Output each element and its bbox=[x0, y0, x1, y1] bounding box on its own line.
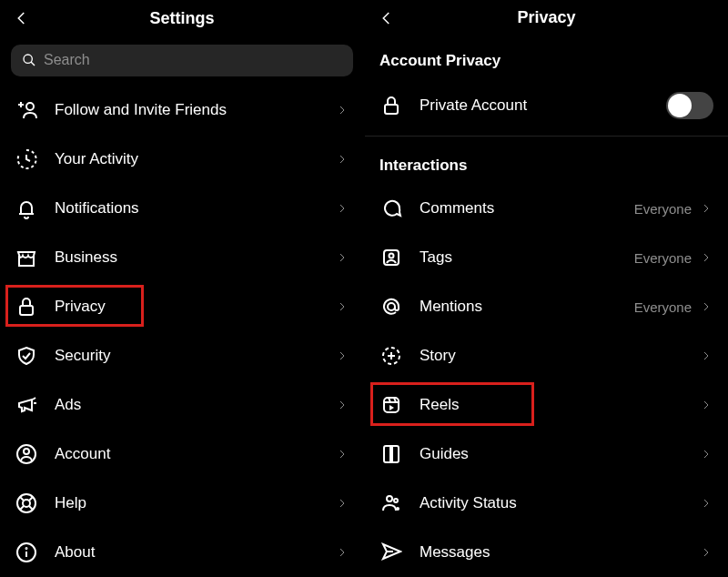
activity-status-icon bbox=[379, 491, 403, 515]
privacy-item-activity-status[interactable]: Activity Status bbox=[365, 479, 728, 528]
svg-line-6 bbox=[33, 398, 35, 400]
settings-header: Settings bbox=[0, 0, 364, 37]
privacy-item-messages[interactable]: Messages bbox=[365, 528, 728, 577]
chevron-right-icon bbox=[699, 447, 713, 461]
settings-item-label: Your Activity bbox=[55, 150, 335, 168]
privacy-item-comments[interactable]: Comments Everyone bbox=[365, 184, 728, 233]
private-account-toggle[interactable] bbox=[666, 92, 713, 119]
privacy-screen: Privacy Account Privacy Private Account … bbox=[364, 0, 728, 577]
settings-item-ads[interactable]: Ads bbox=[0, 380, 364, 430]
svg-point-33 bbox=[396, 507, 399, 511]
settings-screen: Settings Follow and Invite Friends Your … bbox=[0, 0, 364, 577]
privacy-item-tags[interactable]: Tags Everyone bbox=[365, 233, 728, 282]
back-button[interactable] bbox=[372, 4, 401, 33]
chevron-right-icon bbox=[699, 250, 713, 265]
at-icon bbox=[379, 295, 403, 319]
user-circle-icon bbox=[15, 442, 38, 466]
privacy-item-guides[interactable]: Guides bbox=[365, 430, 728, 479]
svg-point-11 bbox=[23, 500, 30, 507]
search-bar[interactable] bbox=[11, 45, 353, 76]
activity-icon bbox=[15, 147, 38, 171]
chevron-right-icon bbox=[335, 496, 349, 511]
settings-list: Follow and Invite Friends Your Activity … bbox=[0, 86, 364, 577]
chevron-right-icon bbox=[335, 250, 349, 265]
svg-line-14 bbox=[20, 506, 24, 510]
megaphone-icon bbox=[15, 393, 38, 417]
settings-item-your-activity[interactable]: Your Activity bbox=[0, 135, 364, 184]
svg-point-4 bbox=[26, 103, 34, 110]
svg-line-13 bbox=[29, 506, 33, 510]
svg-line-12 bbox=[20, 497, 24, 501]
settings-item-business[interactable]: Business bbox=[0, 233, 364, 282]
svg-point-9 bbox=[24, 449, 29, 454]
privacy-item-label: Story bbox=[420, 347, 699, 365]
search-input[interactable] bbox=[44, 52, 342, 68]
lock-icon bbox=[379, 94, 403, 117]
search-icon bbox=[22, 53, 36, 67]
bell-icon bbox=[15, 197, 38, 220]
back-button[interactable] bbox=[7, 4, 36, 33]
svg-line-15 bbox=[29, 497, 33, 501]
chevron-right-icon bbox=[699, 299, 713, 314]
chevron-right-icon bbox=[699, 398, 713, 412]
chevron-right-icon bbox=[335, 349, 349, 363]
privacy-item-reels[interactable]: Reels bbox=[365, 380, 728, 430]
add-friend-icon bbox=[15, 98, 38, 122]
privacy-header: Privacy bbox=[365, 0, 728, 35]
privacy-item-label: Mentions bbox=[420, 298, 634, 316]
settings-item-label: Business bbox=[55, 248, 335, 267]
chevron-right-icon bbox=[699, 545, 713, 560]
section-account-privacy: Account Privacy bbox=[365, 35, 728, 79]
svg-marker-30 bbox=[389, 405, 394, 410]
chevron-right-icon bbox=[335, 299, 349, 314]
settings-item-label: Help bbox=[55, 494, 335, 512]
settings-item-account[interactable]: Account bbox=[0, 430, 364, 479]
reels-icon bbox=[379, 393, 403, 417]
private-account-row[interactable]: Private Account bbox=[365, 79, 728, 132]
privacy-item-label: Comments bbox=[420, 199, 634, 218]
privacy-item-label: Messages bbox=[420, 543, 699, 562]
privacy-item-label: Reels bbox=[420, 396, 699, 414]
settings-item-privacy[interactable]: Privacy bbox=[0, 282, 364, 331]
settings-item-help[interactable]: Help bbox=[0, 479, 364, 528]
settings-item-label: Follow and Invite Friends bbox=[55, 101, 335, 119]
privacy-item-label: Activity Status bbox=[420, 494, 699, 512]
shield-icon bbox=[15, 344, 38, 368]
chevron-right-icon bbox=[335, 152, 349, 167]
privacy-item-story[interactable]: Story bbox=[365, 331, 728, 380]
interactions-list: Comments Everyone Tags Everyone Mentions… bbox=[365, 184, 728, 577]
settings-item-label: About bbox=[55, 543, 335, 562]
chevron-right-icon bbox=[699, 496, 713, 511]
comment-icon bbox=[379, 197, 403, 220]
privacy-item-label: Tags bbox=[420, 248, 634, 267]
privacy-item-label: Guides bbox=[420, 445, 699, 463]
svg-point-0 bbox=[24, 55, 32, 63]
settings-title: Settings bbox=[0, 9, 364, 28]
privacy-item-value: Everyone bbox=[634, 201, 692, 217]
svg-point-18 bbox=[26, 548, 27, 549]
chevron-right-icon bbox=[335, 201, 349, 216]
settings-item-label: Privacy bbox=[55, 298, 335, 316]
svg-rect-26 bbox=[384, 398, 399, 412]
settings-item-follow-invite[interactable]: Follow and Invite Friends bbox=[0, 86, 364, 135]
settings-item-notifications[interactable]: Notifications bbox=[0, 184, 364, 233]
privacy-item-value: Everyone bbox=[634, 299, 692, 315]
lifebuoy-icon bbox=[15, 491, 38, 515]
chevron-right-icon bbox=[699, 201, 713, 216]
chevron-right-icon bbox=[335, 447, 349, 461]
section-interactions: Interactions bbox=[365, 140, 728, 184]
private-account-label: Private Account bbox=[420, 96, 666, 115]
settings-item-label: Security bbox=[55, 347, 335, 365]
settings-item-security[interactable]: Security bbox=[0, 331, 364, 380]
chevron-right-icon bbox=[335, 103, 349, 117]
story-icon bbox=[379, 344, 403, 368]
info-icon bbox=[15, 541, 38, 564]
svg-rect-5 bbox=[20, 306, 33, 315]
toggle-knob bbox=[668, 94, 692, 117]
privacy-item-mentions[interactable]: Mentions Everyone bbox=[365, 282, 728, 331]
storefront-icon bbox=[15, 246, 38, 269]
svg-point-31 bbox=[387, 496, 392, 501]
svg-point-22 bbox=[388, 303, 395, 310]
lock-icon bbox=[15, 295, 38, 319]
settings-item-about[interactable]: About bbox=[0, 528, 364, 577]
